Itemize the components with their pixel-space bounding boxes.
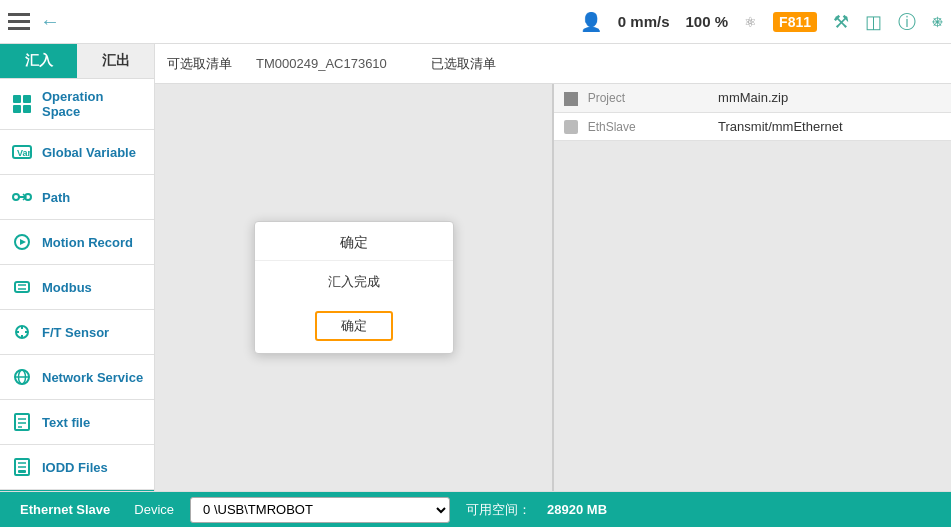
sidebar-item-iodd-files[interactable]: IODD Files [0, 445, 154, 490]
selectable-list-label: 可选取清单 [167, 55, 232, 73]
sidebar-item-label: Operation Space [42, 89, 144, 119]
svg-rect-28 [18, 470, 26, 473]
motion-icon [10, 230, 34, 254]
right-panel: Project mmMain.zip EthSlave Transmit/mmE… [554, 84, 951, 491]
list-id: TM000249_AC173610 [256, 56, 387, 71]
dialog-ok-button[interactable]: 确定 [315, 311, 393, 341]
sidebar-item-ft-sensor[interactable]: F/T Sensor [0, 310, 154, 355]
modbus-icon [10, 275, 34, 299]
file-icon-cell: Project [554, 84, 708, 112]
content-panels: 确定 汇入完成 确定 Project [155, 84, 951, 491]
percent-display: 100 % [686, 13, 729, 30]
sidebar-item-label: Text file [42, 415, 90, 430]
table-row: Project mmMain.zip [554, 84, 951, 112]
dialog-box: 确定 汇入完成 确定 [254, 221, 454, 354]
file-category: EthSlave [588, 120, 636, 134]
dialog-title: 确定 [255, 222, 453, 261]
file-table: Project mmMain.zip EthSlave Transmit/mmE… [554, 84, 951, 141]
hamburger-menu[interactable] [8, 13, 30, 30]
sidebar-item-label: F/T Sensor [42, 325, 109, 340]
sidebar-item-label: Network Service [42, 370, 143, 385]
tab-export[interactable]: 汇出 [77, 44, 154, 78]
speed-display: 0 mm/s [618, 13, 670, 30]
sensor-icon [10, 320, 34, 344]
sidebar-item-network-service[interactable]: Network Service [0, 355, 154, 400]
svg-rect-1 [23, 95, 31, 103]
iodd-icon [10, 455, 34, 479]
sidebar-item-label: Motion Record [42, 235, 133, 250]
grid-icon [10, 92, 34, 116]
svg-rect-10 [15, 282, 29, 292]
content-area: 可选取清单 TM000249_AC173610 已选取清单 确定 汇入完成 确定 [155, 44, 951, 491]
sidebar: 汇入 汇出 Operation Space Var Global Variabl… [0, 44, 155, 491]
info-icon[interactable]: ⓘ [898, 10, 916, 34]
footer: Ethernet Slave Device 0 \USB\TMROBOT 可用空… [0, 491, 951, 527]
dialog-body: 汇入完成 [255, 261, 453, 303]
sidebar-item-text-file[interactable]: Text file [0, 400, 154, 445]
selected-list-label: 已选取清单 [431, 55, 496, 73]
header-left: ← [8, 10, 60, 33]
file-name: Transmit/mmEthernet [708, 112, 951, 141]
space-value: 28920 MB [547, 502, 607, 517]
device-select[interactable]: 0 \USB\TMROBOT [190, 497, 450, 523]
eth-icon [564, 120, 578, 134]
footer-label: Ethernet Slave [12, 502, 118, 517]
network-icon [10, 365, 34, 389]
file-name: mmMain.zip [708, 84, 951, 112]
device-label: Device [134, 502, 174, 517]
content-header: 可选取清单 TM000249_AC173610 已选取清单 [155, 44, 951, 84]
tab-import[interactable]: 汇入 [0, 44, 77, 78]
sidebar-item-motion-record[interactable]: Motion Record [0, 220, 154, 265]
screen-icon[interactable]: ⎈ [932, 11, 943, 32]
header-status: 👤 0 mm/s 100 % ⚛ F811 ⚒ ◫ ⓘ ⎈ [580, 10, 943, 34]
dialog-footer: 确定 [255, 303, 453, 353]
robot-icon[interactable]: ⚒ [833, 11, 849, 33]
space-label: 可用空间： [466, 501, 531, 519]
header: ← 👤 0 mm/s 100 % ⚛ F811 ⚒ ◫ ⓘ ⎈ [0, 0, 951, 44]
svg-text:Var: Var [17, 148, 32, 158]
path-icon [10, 185, 34, 209]
sidebar-item-label: Global Variable [42, 145, 136, 160]
sidebar-scroll-down[interactable]: ▼ [0, 490, 154, 491]
sidebar-item-path[interactable]: Path [0, 175, 154, 220]
var-icon: Var [10, 140, 34, 164]
sidebar-item-label: Modbus [42, 280, 92, 295]
left-panel: 确定 汇入完成 确定 [155, 84, 554, 491]
main-layout: 汇入 汇出 Operation Space Var Global Variabl… [0, 44, 951, 491]
svg-rect-2 [13, 105, 21, 113]
file-category: Project [588, 91, 625, 105]
table-row: EthSlave Transmit/mmEthernet [554, 112, 951, 141]
settings-icon: ⚛ [744, 14, 757, 30]
svg-point-6 [13, 194, 19, 200]
person-icon: 👤 [580, 11, 602, 33]
text-icon [10, 410, 34, 434]
sidebar-item-label: IODD Files [42, 460, 108, 475]
dialog-overlay: 确定 汇入完成 确定 [155, 84, 552, 491]
svg-rect-0 [13, 95, 21, 103]
sidebar-item-operation-space[interactable]: Operation Space [0, 79, 154, 130]
f-badge: F811 [773, 12, 817, 32]
svg-rect-3 [23, 105, 31, 113]
folder-icon [564, 92, 578, 106]
monitor-icon[interactable]: ◫ [865, 11, 882, 33]
back-button[interactable]: ← [40, 10, 60, 33]
file-icon-cell: EthSlave [554, 112, 708, 141]
sidebar-tabs: 汇入 汇出 [0, 44, 154, 79]
sidebar-item-modbus[interactable]: Modbus [0, 265, 154, 310]
sidebar-item-global-variable[interactable]: Var Global Variable [0, 130, 154, 175]
sidebar-item-label: Path [42, 190, 70, 205]
